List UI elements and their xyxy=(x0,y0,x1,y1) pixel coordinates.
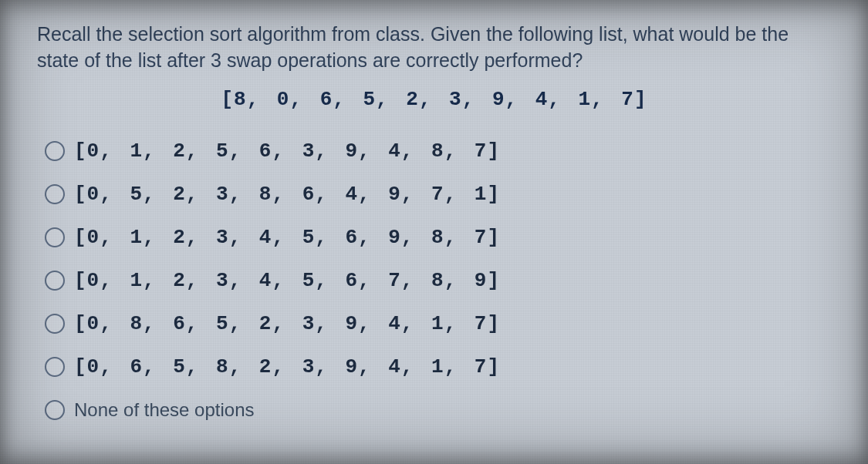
option-label: [0, 6, 5, 8, 2, 3, 9, 4, 1, 7] xyxy=(74,355,500,378)
option-3[interactable]: [0, 1, 2, 3, 4, 5, 6, 9, 8, 7] xyxy=(45,220,831,254)
initial-list: [8, 0, 6, 5, 2, 3, 9, 4, 1, 7] xyxy=(37,88,831,111)
options-group: [0, 1, 2, 5, 6, 3, 9, 4, 8, 7] [0, 5, 2,… xyxy=(37,134,831,427)
radio-icon[interactable] xyxy=(45,227,65,247)
option-label: [0, 1, 2, 3, 4, 5, 6, 7, 8, 9] xyxy=(74,269,500,292)
option-2[interactable]: [0, 5, 2, 3, 8, 6, 4, 9, 7, 1] xyxy=(45,177,831,211)
option-label: [0, 5, 2, 3, 8, 6, 4, 9, 7, 1] xyxy=(74,183,500,206)
radio-icon[interactable] xyxy=(45,184,65,204)
radio-icon[interactable] xyxy=(45,400,65,420)
radio-icon[interactable] xyxy=(45,271,65,291)
radio-icon[interactable] xyxy=(45,314,65,334)
option-label: [0, 1, 2, 5, 6, 3, 9, 4, 8, 7] xyxy=(74,140,500,163)
option-4[interactable]: [0, 1, 2, 3, 4, 5, 6, 7, 8, 9] xyxy=(45,264,831,298)
question-prompt: Recall the selection sort algorithm from… xyxy=(37,22,831,74)
option-5[interactable]: [0, 8, 6, 5, 2, 3, 9, 4, 1, 7] xyxy=(45,307,831,341)
option-1[interactable]: [0, 1, 2, 5, 6, 3, 9, 4, 8, 7] xyxy=(45,134,831,168)
option-7[interactable]: None of these options xyxy=(45,393,831,427)
radio-icon[interactable] xyxy=(45,141,65,161)
radio-icon[interactable] xyxy=(45,357,65,377)
option-label: [0, 1, 2, 3, 4, 5, 6, 9, 8, 7] xyxy=(74,226,500,249)
option-6[interactable]: [0, 6, 5, 8, 2, 3, 9, 4, 1, 7] xyxy=(45,350,831,384)
option-label: [0, 8, 6, 5, 2, 3, 9, 4, 1, 7] xyxy=(74,312,500,335)
option-label: None of these options xyxy=(74,399,255,421)
